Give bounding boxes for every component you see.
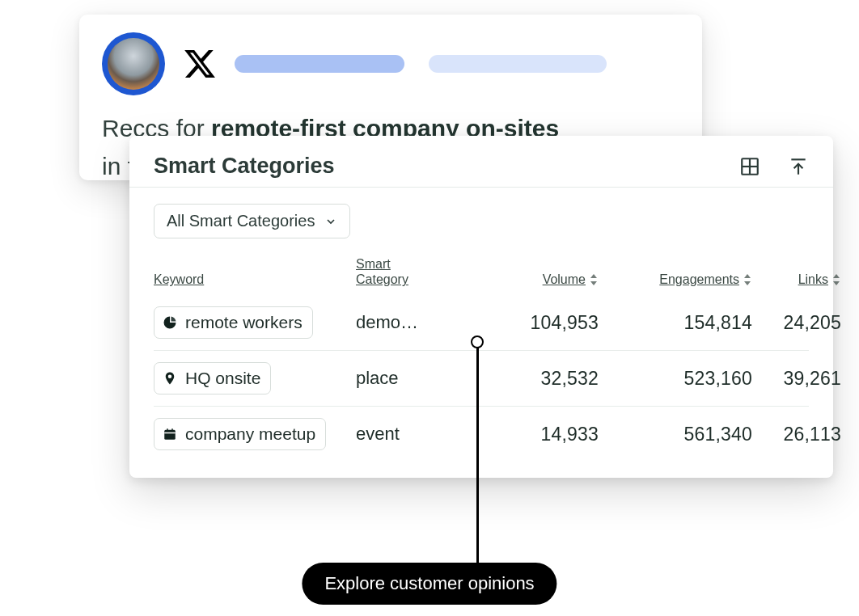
- chevron-down-icon: [324, 215, 337, 228]
- avatar: [102, 32, 165, 95]
- svg-marker-7: [744, 274, 751, 278]
- callout-pill: Explore customer opinions: [302, 563, 556, 605]
- table-row[interactable]: company meetup event 14,933 561,340 26,1…: [154, 407, 809, 462]
- svg-marker-8: [744, 281, 751, 285]
- svg-marker-10: [833, 281, 840, 285]
- pie-chart-icon: [163, 315, 177, 330]
- post-meta-placeholder: [235, 55, 607, 73]
- category-cell: event: [356, 424, 477, 445]
- volume-cell: 32,532: [477, 368, 599, 390]
- divider: [129, 187, 833, 188]
- keyword-tag[interactable]: HQ onsite: [154, 362, 271, 394]
- sort-icon: [589, 274, 599, 285]
- social-post-header: [102, 32, 679, 95]
- panel-title: Smart Categories: [154, 154, 335, 179]
- volume-cell: 104,953: [477, 312, 599, 334]
- category-filter-dropdown[interactable]: All Smart Categories: [154, 204, 350, 238]
- col-keyword-label: Keyword: [154, 272, 204, 287]
- col-links[interactable]: Links: [752, 272, 841, 287]
- collapse-up-icon[interactable]: [788, 156, 809, 177]
- keyword-text: HQ onsite: [185, 369, 260, 388]
- category-cell: demo…: [356, 312, 477, 333]
- x-logo-icon: [183, 47, 217, 81]
- sort-icon: [743, 274, 752, 285]
- keyword-tag[interactable]: company meetup: [154, 418, 326, 450]
- col-links-label: Links: [798, 272, 828, 287]
- callout-label: Explore customer opinions: [324, 573, 534, 593]
- skeleton-bar: [235, 55, 404, 73]
- engagements-cell: 523,160: [599, 368, 752, 390]
- engagements-cell: 561,340: [599, 424, 752, 445]
- callout-connector-line: [476, 348, 479, 564]
- keyword-text: company meetup: [185, 424, 315, 444]
- svg-marker-9: [833, 274, 840, 278]
- skeleton-bar: [429, 55, 607, 73]
- svg-marker-6: [590, 281, 597, 285]
- map-pin-icon: [163, 371, 177, 386]
- calendar-icon: [163, 427, 177, 441]
- volume-cell: 14,933: [477, 424, 599, 445]
- category-cell: place: [356, 368, 477, 389]
- grid-view-icon[interactable]: [739, 156, 760, 177]
- col-engagements[interactable]: Engagements: [599, 272, 752, 287]
- col-engagements-label: Engagements: [659, 272, 739, 287]
- categories-table: Keyword Smart Category Volume Engagement…: [154, 251, 809, 462]
- links-cell: 26,113: [752, 424, 841, 445]
- panel-header: Smart Categories: [154, 154, 809, 179]
- col-volume-label: Volume: [543, 272, 586, 287]
- table-header: Keyword Smart Category Volume Engagement…: [154, 251, 809, 295]
- table-row[interactable]: HQ onsite place 32,532 523,160 39,261: [154, 351, 809, 407]
- callout-anchor-dot: [471, 335, 484, 348]
- engagements-cell: 154,814: [599, 312, 752, 334]
- col-category-label: Category: [356, 272, 408, 287]
- keyword-tag[interactable]: remote workers: [154, 306, 313, 339]
- links-cell: 24,205: [752, 312, 841, 334]
- dropdown-label: All Smart Categories: [167, 212, 315, 230]
- keyword-text: remote workers: [185, 313, 303, 332]
- svg-marker-5: [590, 274, 597, 278]
- links-cell: 39,261: [752, 368, 841, 390]
- panel-actions: [739, 156, 809, 177]
- sort-icon: [831, 274, 841, 285]
- col-smart-category[interactable]: Smart Category: [356, 256, 477, 287]
- col-smart-label: Smart: [356, 256, 391, 272]
- col-volume[interactable]: Volume: [477, 272, 599, 287]
- smart-categories-panel: Smart Categories All Smart Categories: [129, 136, 833, 478]
- col-keyword[interactable]: Keyword: [154, 272, 356, 287]
